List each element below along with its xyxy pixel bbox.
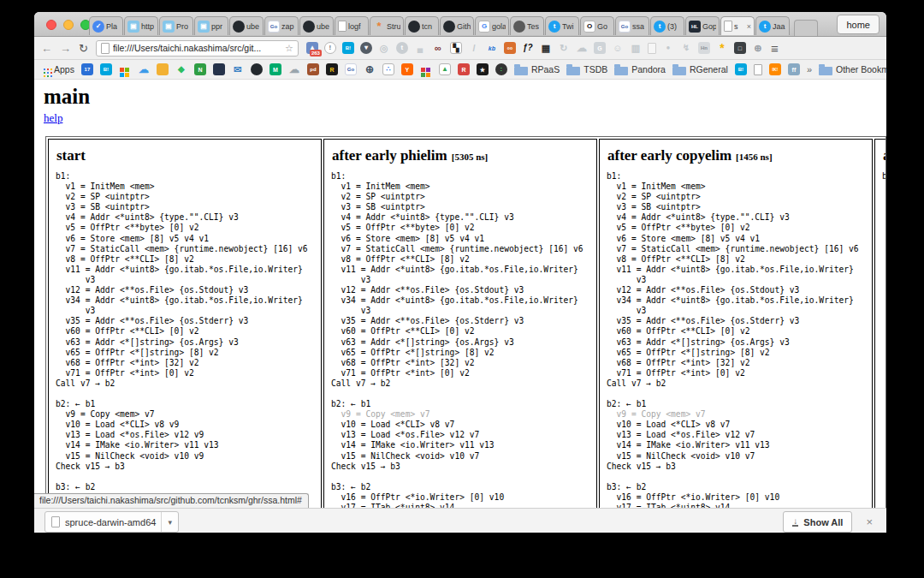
bookmarks-overflow-chevron[interactable]: » [807,64,812,74]
new-tab-button[interactable] [794,20,818,36]
close-tab-icon[interactable]: × [747,22,751,31]
extension: ↯ [680,42,692,54]
reload-icon[interactable]: ↻ [79,42,88,55]
cloud-gray-icon[interactable]: ☁ [288,63,300,75]
tab-ssa[interactable]: Gossa [615,16,649,35]
ik-icon[interactable]: IK! [769,63,781,75]
tab-Tes[interactable]: Tes [510,16,544,35]
tab-zap[interactable]: Gozap [264,16,299,35]
checker-icon[interactable]: ▚ [450,42,462,54]
forward-icon[interactable]: → [60,42,71,55]
twitter-gray-icon[interactable]: t [396,42,408,54]
close-window-button[interactable] [46,20,56,30]
fn-icon[interactable]: ƒ? [522,42,534,54]
dark-square-icon[interactable]: □ [734,42,746,54]
tab-Gith[interactable]: Gith [440,16,474,35]
pd-icon[interactable]: pd [307,63,319,75]
calendar-icon[interactable]: 17 [81,63,93,75]
minimize-window-button[interactable] [63,20,74,30]
tab-Gop[interactable]: HLGop [685,16,720,35]
script-icon[interactable]: kb [486,42,498,54]
address-bar[interactable]: file:///Users/taichi.nakashima/src/git..… [96,40,299,57]
globe-icon[interactable]: ⊕ [364,63,376,75]
chevron-down-icon[interactable]: ▾ [161,512,172,532]
n-icon[interactable]: N [194,63,206,75]
status-dots-icon[interactable]: : [495,63,507,75]
bookmark-folder-tsdb[interactable]: TSDB [566,64,607,75]
close-shelf-icon[interactable]: × [866,515,873,528]
r-yellow-icon[interactable]: R [326,63,338,75]
tab-tcn[interactable]: tcn [405,16,439,35]
dots-icon[interactable]: ∴ [382,63,394,75]
tab-http[interactable]: ▣http [124,16,158,35]
tab-ube[interactable]: ube [299,16,334,35]
tab-Pro[interactable]: ▣Pro [159,16,193,35]
github-icon[interactable] [251,63,263,75]
robot-icon[interactable]: oo [504,42,516,54]
bookmark-folder-rpaas[interactable]: RPaaS [514,64,560,75]
feather-icon[interactable]: / [468,42,480,54]
flash-icon[interactable]: ↯ [680,42,692,54]
medium-icon[interactable]: M [270,63,281,75]
face-icon[interactable]: ☺ [612,42,624,54]
grid-icon[interactable]: ▦ [540,42,552,54]
folder-label: Other Bookmarks [836,64,886,74]
home-tab-button[interactable]: home [837,15,880,34]
tab-Jaa[interactable]: tJaa [755,16,790,35]
page-icon[interactable] [754,64,762,75]
alert-icon[interactable]: ! [324,42,336,54]
evernote-icon[interactable]: ◆ [175,63,187,75]
tab-Pla[interactable]: ✓Pla [89,16,123,35]
globe-icon[interactable]: ⊕ [752,42,764,54]
code-line: v4 = Addr <*uint8> {type."".CLI} v3 [331,212,589,223]
godoc-icon: Go [619,21,631,33]
columns-icon[interactable]: ▥ [630,42,642,54]
bookmark-star-icon[interactable]: ☆ [285,43,293,54]
tab-ube[interactable]: ube [229,16,264,35]
back-icon[interactable]: ← [41,42,52,55]
react-icon[interactable]: ◎ [378,42,390,54]
download-item[interactable]: spruce-darwin-amd64 ▾ [44,511,179,533]
apps-shortcut[interactable]: Apps [42,64,74,74]
hatena-icon[interactable]: B! [735,63,747,75]
hatena-icon[interactable]: B! [342,42,354,54]
hn-icon[interactable]: Hn [698,42,710,54]
briefcase-icon[interactable]: ▄ [414,42,426,54]
ycombinator-icon[interactable]: Y [401,63,413,75]
page-icon[interactable] [648,43,656,54]
help-link[interactable]: help [44,111,62,125]
microsoft-icon[interactable] [120,68,124,72]
tab-Stru[interactable]: *Stru [370,16,404,35]
url-text[interactable]: file:///Users/taichi.nakashima/src/git..… [113,43,281,53]
grid-color-icon[interactable] [421,68,425,72]
glasses-icon[interactable]: ∞ [432,42,444,54]
bookmark-folder-pandora[interactable]: Pandora [614,64,666,75]
cloud-blue-icon[interactable]: ☁ [138,63,150,75]
menu-icon[interactable]: ≡ [771,41,779,56]
mail-icon[interactable]: ✉ [232,63,244,75]
tab-ppr[interactable]: ▣ppr [194,16,228,35]
refresh-icon[interactable]: ↻ [558,42,570,54]
godoc-icon[interactable]: Go [345,63,357,75]
asterisk-icon[interactable]: * [716,42,728,54]
cloud-icon[interactable]: ☁ [576,42,588,54]
ff-icon[interactable]: ff [788,63,800,75]
tab-gola[interactable]: Ggola [475,16,509,35]
star-black-icon[interactable]: ★ [477,63,489,75]
r-red-icon[interactable]: R [458,63,470,75]
tab-Go[interactable]: OGo [580,16,614,35]
tab-(3)[interactable]: t(3) [650,16,684,35]
bookmark-folder-other-bookmarks[interactable]: Other Bookmarks [819,64,886,75]
tab-Twi[interactable]: tTwi [545,16,579,35]
hatena-icon[interactable]: B! [100,63,112,75]
drive-icon[interactable]: ▲ [439,63,451,75]
person-icon[interactable]: ● [662,42,674,54]
tab-logf[interactable]: logf [335,16,369,35]
camera-icon[interactable]: G [594,42,606,54]
tab-s[interactable]: s× [720,16,755,35]
database-icon[interactable] [157,63,169,75]
dark-app-icon[interactable] [213,63,225,75]
pocket-icon[interactable]: ▾ [360,42,372,54]
bookmark-folder-rgeneral[interactable]: RGeneral [672,64,728,75]
show-all-button[interactable]: ↓ Show All [783,511,852,533]
